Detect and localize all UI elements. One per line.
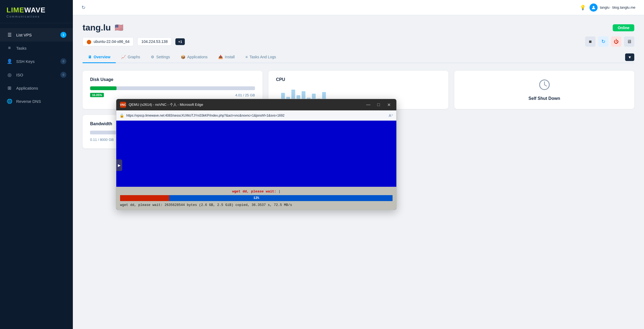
tab-overview[interactable]: 🖥 Overview [83,52,116,63]
server-flag: 🇺🇸 [115,23,123,32]
svg-point-0 [593,6,594,8]
os-label: ubuntu-22.04-x86_64 [94,39,130,44]
ip-label: 104.224.53.138 [141,39,168,44]
vnc-close-button[interactable]: ✕ [385,101,393,108]
server-header: tang.lu 🇺🇸 Online [83,23,634,33]
sidebar-item-label: Reverse DNS [16,99,41,104]
sidebar-item-ssh-keys[interactable]: 👤 SSH Keys 0 [0,55,73,68]
topbar-right: 💡 tanglu · blog.tanglu.me [580,4,635,12]
online-badge: Online [613,24,634,31]
logo-sub: Communications [6,15,66,18]
tab-settings-icon: ⚙ [151,55,154,59]
disk-percent-label: 16.05% [90,93,104,97]
server-name: tang.lu [83,23,111,33]
stop-button[interactable]: ■ [585,36,595,47]
vnc-progress-label: 12% [120,196,393,200]
tab-tasks-icon: ≡ [246,55,248,59]
power-button[interactable]: ⏻ [611,36,621,47]
vnc-minimize-button[interactable]: — [364,101,372,108]
disk-usage-label: 4.01 / 25 GB [235,93,255,97]
bandwidth-bar-fill [90,131,90,134]
vnc-content: ▶ wget dd, please wait: | 12% wget [116,121,396,210]
restart-button[interactable]: ↻ [598,36,608,47]
vnc-terminal: wget dd, please wait: | 12% wget dd, ple… [116,187,396,210]
ip-extra-badge[interactable]: +1 [175,38,185,45]
disk-bar-fill [90,86,117,90]
vnc-cmd-label: wget dd, please wait: [232,189,276,194]
bulb-icon[interactable]: 💡 [580,5,586,11]
os-badge: ⬤ ubuntu-22.04-x86_64 [83,37,134,46]
tab-install[interactable]: 📥 Install [213,52,240,63]
vnc-title: QEMU (v2614) - noVNC - 个人 - Microsoft Ed… [129,102,362,107]
self-shutdown-label: Self Shut Down [529,96,560,101]
refresh-button[interactable]: ↻ [81,5,86,11]
vnc-cmd-spacer: wget dd, please wait: | [120,189,393,194]
list-icon: ☰ [6,32,12,38]
ip-badge: 104.224.53.138 [137,38,172,46]
clock-icon [539,79,550,93]
sidebar-item-label: SSH Keys [16,59,35,64]
sidebar-item-applications[interactable]: ⊞ Applications [0,82,73,95]
vnc-terminal-text: wget dd, please wait: 2635628544 bytes (… [120,203,393,207]
sidebar-item-iso[interactable]: ◎ ISO 0 [0,68,73,82]
sidebar-item-label: Tasks [16,46,26,50]
sidebar-item-list-vps[interactable]: ☰ List VPS 1 [0,28,73,42]
tab-tasks-label: Tasks And Logs [250,55,276,59]
sidebar-item-label: List VPS [16,33,32,37]
tab-tasks-logs[interactable]: ≡ Tasks And Logs [240,52,281,63]
server-meta: ⬤ ubuntu-22.04-x86_64 104.224.53.138 +1 … [83,36,634,47]
user-label: tanglu · blog.tanglu.me [600,5,635,9]
svg-line-3 [544,85,547,86]
disk-bar-container [90,86,255,90]
main-content: ↻ 💡 tanglu · blog.tanglu.me tang.lu 🇺🇸 O… [73,0,644,329]
tab-more-button[interactable]: ▼ [625,53,634,61]
tab-graphs-label: Graphs [128,55,140,59]
tab-graphs[interactable]: 📈 Graphs [116,52,145,63]
cpu-title: CPU [276,77,441,82]
disk-title: Disk Usage [90,77,255,82]
topbar: ↻ 💡 tanglu · blog.tanglu.me [73,0,644,15]
sidebar-item-label: ISO [16,73,23,77]
tab-overview-icon: 🖥 [88,55,92,59]
vnc-addressbar: 🔒 https://vpscp.limewave.net:4083/sesscX… [116,110,396,121]
avatar [590,4,598,12]
user-icon: 👤 [6,59,12,64]
tab-settings[interactable]: ⚙ Settings [145,52,175,63]
user-menu[interactable]: tanglu · blog.tanglu.me [590,4,635,12]
vnc-url[interactable]: https://vpscp.limewave.net:4083/sesscXUW… [126,114,387,117]
sidebar-item-reverse-dns[interactable]: 🌐 Reverse DNS [0,95,73,108]
sidebar: LIMEWAVE Communications ☰ List VPS 1 ≡ T… [0,0,73,329]
tab-install-icon: 📥 [218,55,223,59]
vnc-restore-button[interactable]: □ [375,101,382,108]
sidebar-nav: ☰ List VPS 1 ≡ Tasks 👤 SSH Keys 0 ◎ ISO … [0,28,73,329]
sidebar-item-tasks[interactable]: ≡ Tasks [0,42,73,55]
tab-applications-icon: 📦 [181,55,185,59]
logo-wave: WAVE [24,6,46,14]
lock-icon: 🔒 [120,113,124,118]
logo-lime: LIME [6,6,24,14]
vnc-progress-bar: 12% [120,195,393,201]
tab-install-label: Install [225,55,235,59]
vnc-titlebar: VNC QEMU (v2614) - noVNC - 个人 - Microsof… [116,99,396,110]
tab-settings-label: Settings [156,55,170,59]
tab-applications-label: Applications [187,55,208,59]
sidebar-logo: LIMEWAVE Communications [0,0,73,23]
tabs: 🖥 Overview 📈 Graphs ⚙ Settings 📦 Applica… [83,52,634,63]
vnc-sidebar-toggle[interactable]: ▶ [116,160,122,171]
iso-icon: ◎ [6,72,12,78]
apps-icon: ⊞ [6,85,12,91]
iso-badge: 0 [60,72,66,78]
console-button[interactable]: 🖥 [624,36,634,47]
tab-applications[interactable]: 📦 Applications [175,52,213,63]
vps-badge: 1 [60,32,66,38]
server-actions: ■ ↻ ⏻ 🖥 [585,36,634,47]
vnc-tab-indicator: VNC [120,102,126,108]
vnc-terminal-header: wget dd, please wait: | [120,189,393,194]
bandwidth-usage: 0.11 / 8000 GB [90,138,114,142]
tab-graphs-icon: 📈 [121,55,126,59]
aplus-icon: A⁺ [389,113,393,118]
vnc-window: VNC QEMU (v2614) - noVNC - 个人 - Microsof… [116,99,397,210]
ssh-badge: 0 [60,58,66,64]
dns-icon: 🌐 [6,99,12,104]
self-shutdown-card: Self Shut Down [454,71,634,109]
